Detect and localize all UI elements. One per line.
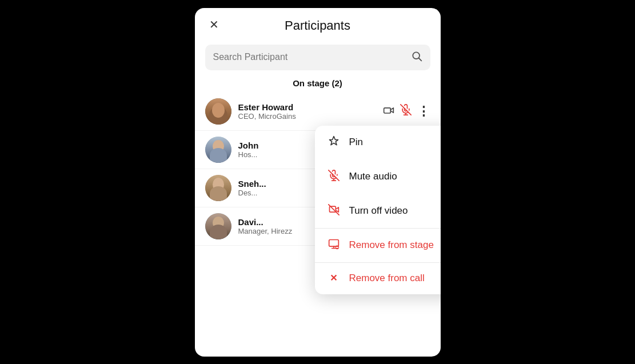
- avatar: [205, 98, 231, 125]
- remove-from-call-menu-item[interactable]: ✕ Remove from call: [315, 263, 441, 294]
- pin-label: Pin: [349, 137, 364, 148]
- turn-off-video-label: Turn off video: [349, 205, 408, 217]
- video-toggle-button[interactable]: [383, 105, 394, 118]
- remove-from-call-icon: ✕: [328, 273, 340, 283]
- mute-audio-label: Mute audio: [349, 171, 397, 182]
- remove-from-call-label: Remove from call: [349, 273, 425, 284]
- avatar: [205, 137, 231, 163]
- pin-menu-item[interactable]: Pin: [315, 126, 441, 160]
- search-bar: [205, 45, 430, 70]
- avatar: [205, 175, 231, 201]
- participant-info: Ester Howard CEO, MicroGains: [238, 102, 383, 121]
- panel-title: Participants: [285, 18, 350, 33]
- search-input[interactable]: [213, 52, 411, 62]
- section-label: On stage (2): [195, 78, 441, 88]
- context-menu: Pin Mute audio: [315, 126, 441, 294]
- remove-from-stage-label: Remove from stage: [349, 239, 434, 251]
- mute-audio-icon: [328, 170, 340, 184]
- svg-rect-10: [329, 239, 338, 246]
- avatar: [205, 213, 231, 239]
- mic-toggle-button[interactable]: [400, 104, 412, 118]
- svg-line-1: [418, 58, 421, 61]
- search-icon: [411, 50, 422, 65]
- remove-from-stage-menu-item[interactable]: Remove from stage: [315, 229, 441, 263]
- panel-header: ✕ Participants: [195, 8, 441, 41]
- remove-from-stage-icon: [328, 238, 340, 253]
- more-options-button[interactable]: ⋮: [417, 104, 430, 119]
- close-icon: ✕: [209, 18, 219, 31]
- participant-role: CEO, MicroGains: [238, 112, 383, 121]
- close-button[interactable]: ✕: [205, 15, 223, 34]
- turn-off-video-menu-item[interactable]: Turn off video: [315, 194, 441, 229]
- pin-icon: [328, 135, 340, 150]
- participant-item: Ester Howard CEO, MicroGains ⋮: [195, 93, 441, 131]
- participants-panel: ✕ Participants On stage (2) Ester Howard…: [195, 8, 441, 357]
- participant-controls: ⋮: [383, 104, 430, 119]
- svg-rect-2: [384, 107, 390, 113]
- turn-off-video-icon: [328, 204, 340, 218]
- participant-name: Ester Howard: [238, 102, 383, 112]
- mute-audio-menu-item[interactable]: Mute audio: [315, 160, 441, 194]
